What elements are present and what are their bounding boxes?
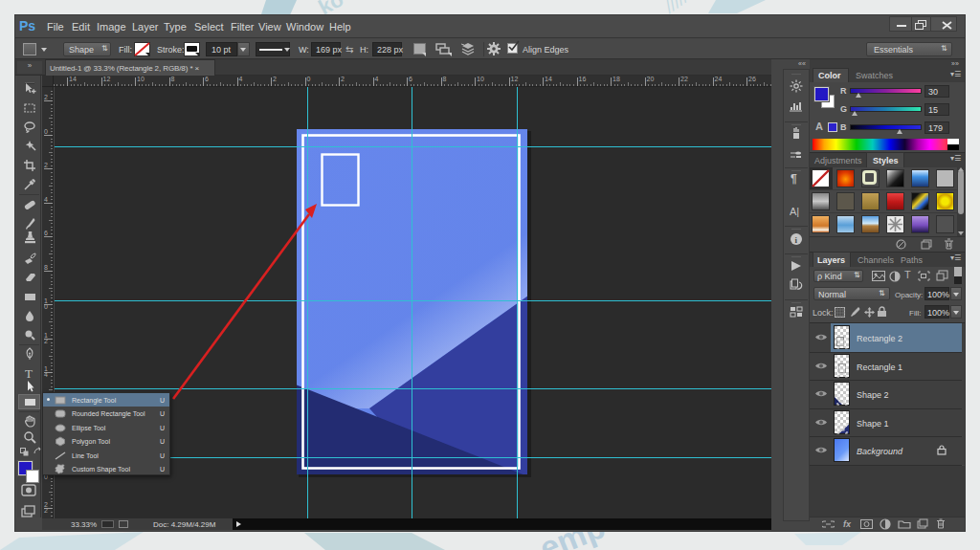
svg-text:A|: A| — [790, 206, 799, 217]
svg-text:T: T — [25, 366, 33, 380]
svg-text:¶: ¶ — [791, 172, 797, 186]
